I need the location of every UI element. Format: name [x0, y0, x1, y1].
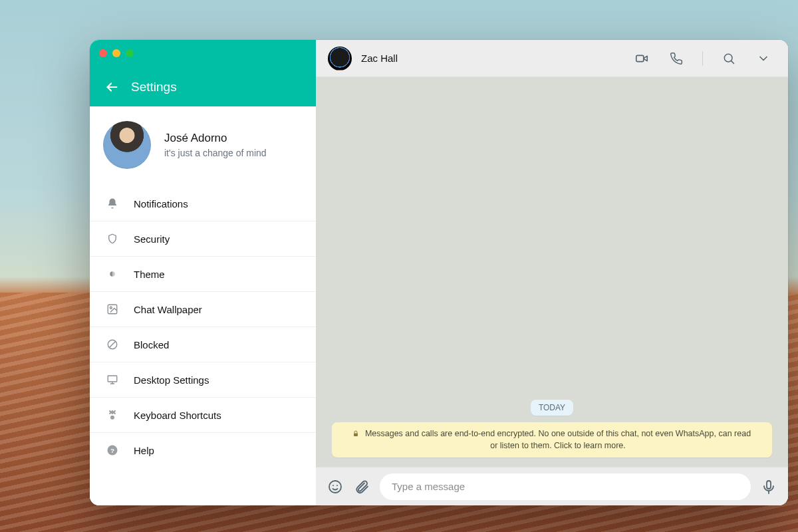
profile-avatar	[103, 121, 151, 169]
mic-button[interactable]	[760, 478, 777, 495]
lock-icon	[352, 430, 360, 438]
profile-status: it's just a change of mind	[164, 148, 267, 158]
menu-item-label: Chat Wallpaper	[134, 304, 202, 315]
menu-item-label: Notifications	[134, 198, 188, 209]
svg-rect-6	[108, 376, 117, 382]
message-composer	[316, 467, 788, 505]
encryption-notice-text: Messages and calls are end-to-end encryp…	[364, 428, 752, 453]
emoji-button[interactable]	[327, 478, 344, 495]
menu-item-label: Help	[134, 445, 154, 456]
profile-text: José Adorno it's just a change of mind	[164, 132, 267, 158]
svg-line-5	[110, 342, 116, 348]
blocked-icon	[106, 338, 119, 351]
svg-point-18	[336, 485, 338, 486]
contact-avatar[interactable]	[328, 47, 352, 70]
window-close-button[interactable]	[99, 49, 107, 57]
video-call-button[interactable]	[629, 46, 654, 71]
app-window: Settings José Adorno it's just a change …	[90, 40, 788, 505]
sidebar-header: Settings	[90, 40, 316, 106]
svg-text:?: ?	[110, 447, 114, 454]
window-controls	[99, 49, 134, 57]
separator	[702, 51, 703, 66]
menu-item-theme[interactable]: Theme	[90, 257, 316, 292]
menu-item-desktop-settings[interactable]: Desktop Settings	[90, 362, 316, 398]
search-button[interactable]	[716, 46, 741, 71]
message-input[interactable]	[380, 473, 751, 500]
sidebar-title: Settings	[131, 80, 177, 94]
window-minimize-button[interactable]	[112, 49, 120, 57]
voice-call-button[interactable]	[664, 46, 689, 71]
menu-item-label: Blocked	[134, 339, 169, 350]
svg-point-17	[332, 485, 334, 486]
chat-panel: Zac Hall TODAY	[316, 40, 788, 505]
svg-rect-19	[767, 481, 771, 489]
menu-item-notifications[interactable]: Notifications	[90, 186, 316, 221]
settings-sidebar: Settings José Adorno it's just a change …	[90, 40, 316, 505]
profile-section[interactable]: José Adorno it's just a change of mind	[90, 106, 316, 186]
shield-icon	[106, 232, 119, 245]
settings-menu: Notifications Security Theme	[90, 186, 316, 467]
menu-item-keyboard-shortcuts[interactable]: Keyboard Shortcuts	[90, 398, 316, 433]
encryption-notice[interactable]: Messages and calls are end-to-end encryp…	[332, 422, 772, 458]
attach-button[interactable]	[353, 478, 370, 495]
profile-name: José Adorno	[164, 132, 267, 145]
svg-point-16	[329, 481, 341, 493]
desktop-icon	[106, 373, 119, 386]
keyboard-icon	[106, 408, 119, 422]
menu-item-label: Security	[134, 233, 170, 245]
chat-header: Zac Hall	[316, 40, 788, 77]
menu-item-security[interactable]: Security	[90, 221, 316, 257]
svg-rect-15	[354, 433, 358, 436]
theme-icon	[106, 267, 119, 281]
bell-icon	[106, 197, 119, 210]
svg-point-13	[724, 54, 732, 62]
wallpaper-icon	[106, 303, 119, 316]
back-arrow-icon[interactable]	[104, 80, 119, 94]
svg-marker-12	[644, 56, 648, 61]
menu-item-label: Keyboard Shortcuts	[134, 410, 221, 421]
contact-name[interactable]: Zac Hall	[361, 53, 398, 64]
svg-point-3	[110, 307, 112, 309]
menu-item-help[interactable]: ? Help	[90, 433, 316, 467]
desktop-wallpaper: Settings José Adorno it's just a change …	[0, 0, 798, 532]
menu-item-chat-wallpaper[interactable]: Chat Wallpaper	[90, 292, 316, 327]
menu-item-blocked[interactable]: Blocked	[90, 327, 316, 362]
menu-item-label: Desktop Settings	[134, 374, 209, 386]
svg-rect-11	[636, 55, 644, 61]
chevron-down-icon[interactable]	[751, 46, 776, 71]
menu-item-label: Theme	[134, 269, 165, 280]
chat-body: TODAY Messages and calls are end-to-end …	[316, 77, 788, 467]
date-separator: TODAY	[531, 400, 573, 416]
svg-line-14	[732, 61, 734, 63]
help-icon: ?	[106, 444, 119, 457]
window-zoom-button[interactable]	[126, 49, 134, 57]
